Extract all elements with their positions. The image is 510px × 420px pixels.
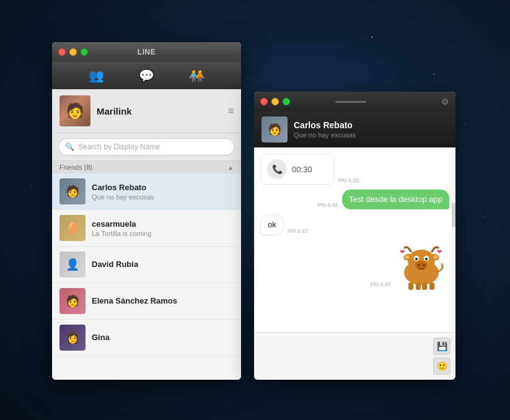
friends-section-label: Friends (8) [59, 164, 92, 171]
chat-contact-avatar: 🧑 [262, 116, 288, 142]
friend-status: Que no hay excusas [92, 193, 234, 201]
chat-contact-info: Carlos Rebato Que no hay excusas [294, 120, 448, 139]
panel-nav: 👥 💬 🧑‍🤝‍🧑 [52, 62, 241, 89]
message-time: PM 6:32 [338, 177, 359, 183]
traffic-lights [58, 48, 88, 56]
message-time: PM 6:47 [288, 228, 309, 234]
message-row: ok PM 6:47 [260, 214, 449, 235]
message-time: PM 6:46 [317, 202, 338, 208]
chat-input[interactable] [259, 338, 429, 357]
friends-section-header: Friends (8) ▲ [52, 161, 241, 173]
chat-scrollbar[interactable] [452, 147, 455, 332]
search-box[interactable]: 🔍 Search by Display Name [58, 138, 235, 155]
friends-titlebar: LINE [52, 42, 241, 62]
chat-panel: ⚙ 🧑 Carlos Rebato Que no hay excusas 📞 0… [254, 92, 455, 380]
svg-text:❤: ❤ [400, 248, 405, 255]
gina-avatar-img: 👩 [59, 325, 86, 351]
friend-avatar: 👩 [59, 325, 86, 351]
emoji-button[interactable]: 🙂 [433, 357, 451, 375]
call-info: 00:30 [292, 165, 312, 174]
list-item[interactable]: 🧑 Carlos Rebato Que no hay excusas [52, 173, 241, 210]
list-item[interactable]: 🥚 cesarmuela La Tortilla is coming [52, 210, 241, 247]
svg-text:❤: ❤ [437, 248, 442, 255]
chat-close-button[interactable] [260, 98, 268, 105]
message-row: 📞 00:30 PM 6:32 [260, 154, 449, 185]
friends-nav-icon[interactable]: 👥 [84, 66, 109, 85]
save-button[interactable]: 💾 [433, 338, 451, 355]
sticker-row: PM 6:47 [260, 240, 449, 290]
friend-name: Gina [92, 333, 234, 342]
chat-header: 🧑 Carlos Rebato Que no hay excusas [254, 112, 455, 147]
close-button[interactable] [58, 48, 66, 56]
svg-point-12 [423, 264, 425, 266]
friend-avatar: 🧑 [59, 288, 86, 314]
search-placeholder: Search by Display Name [78, 142, 160, 151]
minimize-button[interactable] [69, 48, 77, 56]
friend-info: David Rubia [92, 260, 234, 270]
add-friend-nav-icon[interactable]: 🧑‍🤝‍🧑 [184, 66, 209, 85]
friend-name: Elena Sánchez Ramos [92, 296, 234, 305]
profile-avatar: 🧑 [59, 95, 90, 126]
svg-rect-16 [416, 282, 421, 290]
chat-scrollbar-thumb [452, 203, 455, 227]
friend-info: Elena Sánchez Ramos [92, 296, 234, 307]
sticker-time: PM 6:47 [370, 281, 391, 287]
list-item[interactable]: 👩 Gina [52, 320, 241, 356]
profile-area: 🧑 Marilink ≡ [52, 89, 241, 133]
list-item[interactable]: 👤 David Rubia [52, 247, 241, 283]
list-item[interactable]: 🧑 Elena Sánchez Ramos [52, 283, 241, 320]
search-icon: 🔍 [65, 142, 74, 151]
friend-info: Carlos Rebato Que no hay excusas [92, 183, 234, 201]
friend-name: Carlos Rebato [92, 183, 234, 192]
chat-traffic-lights [260, 98, 290, 105]
chat-contact-status: Que no hay excusas [294, 131, 448, 139]
profile-name: Marilink [97, 106, 132, 116]
friend-info: cesarmuela La Tortilla is coming [92, 219, 234, 237]
svg-point-11 [418, 264, 420, 266]
app-title: LINE [138, 48, 156, 56]
svg-point-9 [425, 258, 428, 260]
chat-titlebar: ⚙ [254, 92, 455, 112]
friend-avatar: 🥚 [59, 215, 86, 241]
friends-list: 🧑 Carlos Rebato Que no hay excusas 🥚 ces… [52, 173, 241, 380]
gear-icon[interactable]: ⚙ [441, 97, 449, 107]
friends-panel: LINE 👥 💬 🧑‍🤝‍🧑 🧑 Marilink ≡ 🔍 Search by … [52, 42, 241, 380]
profile-avatar-img: 🧑 [59, 95, 90, 126]
svg-rect-17 [422, 282, 427, 290]
call-message: 📞 00:30 [260, 154, 335, 185]
elena-avatar-img: 🧑 [59, 288, 86, 314]
chat-minimize-button[interactable] [271, 98, 279, 105]
carlos-avatar-img: 🧑 [59, 178, 86, 204]
friend-name: cesarmuela [92, 219, 234, 229]
friend-avatar: 👤 [59, 252, 86, 278]
chat-messages: 📞 00:30 PM 6:32 PM 6:46 Test desde la de… [254, 147, 455, 332]
sticker: ❤ ❤ [393, 240, 449, 290]
chat-maximize-button[interactable] [283, 98, 290, 105]
friend-avatar: 🧑 [59, 178, 86, 204]
cow-sticker-svg: ❤ ❤ [393, 240, 449, 290]
chat-actions: 💾 🙂 [433, 338, 451, 375]
svg-rect-18 [429, 282, 434, 290]
svg-point-8 [415, 258, 418, 260]
title-slider [335, 101, 366, 103]
menu-icon[interactable]: ≡ [228, 105, 234, 116]
maximize-button[interactable] [81, 48, 88, 56]
search-container: 🔍 Search by Display Name [52, 133, 241, 161]
call-icon: 📞 [267, 159, 287, 179]
david-avatar-img: 👤 [59, 252, 86, 278]
message-row: PM 6:46 Test desde la desktop app [260, 190, 449, 209]
chat-contact-name: Carlos Rebato [294, 120, 448, 130]
cesar-avatar-img: 🥚 [59, 215, 86, 241]
friend-status: La Tortilla is coming [92, 230, 234, 237]
chat-input-area: 💾 🙂 [254, 332, 455, 380]
svg-point-10 [415, 261, 428, 269]
friend-info: Gina [92, 333, 234, 343]
section-chevron[interactable]: ▲ [227, 164, 234, 171]
message-bubble: ok [260, 214, 284, 235]
message-bubble: Test desde la desktop app [342, 190, 449, 209]
call-duration: 00:30 [292, 165, 312, 174]
chat-nav-icon[interactable]: 💬 [134, 66, 159, 85]
friend-name: David Rubia [92, 260, 234, 269]
chat-avatar-img: 🧑 [262, 116, 288, 142]
svg-rect-15 [408, 282, 413, 290]
